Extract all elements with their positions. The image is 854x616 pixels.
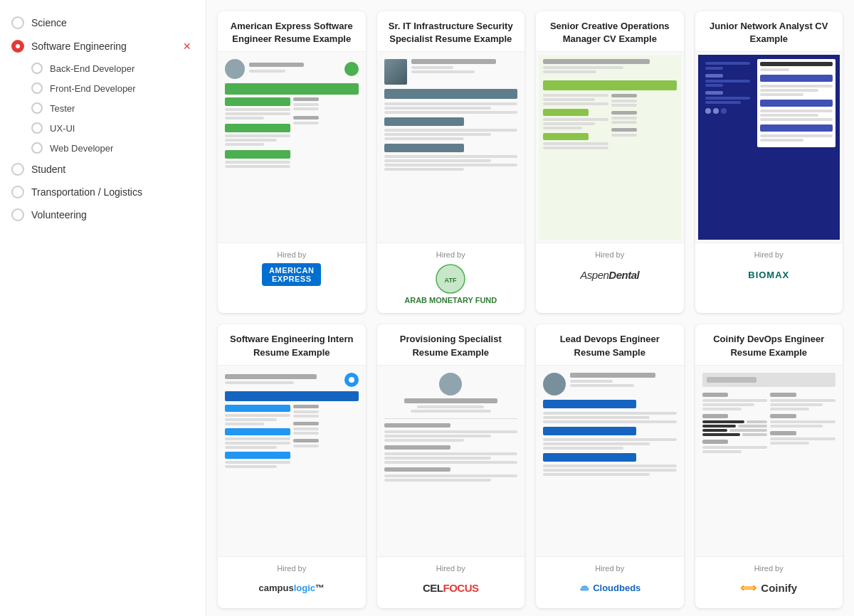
resume-card-4[interactable]: Junior Network Analyst CV Example	[695, 11, 843, 313]
radio-volunteering	[11, 208, 24, 221]
label-frontend: Front-End Developer	[50, 83, 136, 94]
radio-science	[11, 16, 24, 29]
sidebar-item-ux-ui[interactable]: UX-UI	[28, 118, 197, 138]
biomax-logo: BIOMAX	[748, 270, 789, 280]
card-footer-6: Hired by CELFOCUS	[377, 557, 525, 608]
sidebar-label-transportation: Transportation / Logistics	[31, 186, 194, 198]
card-footer-8: Hired by ⟺ Coinify	[695, 557, 843, 608]
brand-logo-6: CELFOCUS	[383, 577, 520, 600]
resume-preview-8	[695, 365, 843, 557]
card-footer-5: Hired by campuslogic™	[218, 557, 366, 608]
radio-inner-dot	[16, 44, 20, 48]
hired-by-label-6: Hired by	[383, 564, 520, 573]
software-engineering-subitems: Back-End Developer Front-End Developer T…	[9, 58, 197, 158]
sidebar-label-volunteering: Volunteering	[31, 209, 194, 221]
sidebar-item-student[interactable]: Student	[9, 158, 197, 181]
brand-logo-5: campuslogic™	[223, 577, 360, 600]
card-title-5: Software Engineering Intern Resume Examp…	[218, 324, 366, 364]
card-footer-1: Hired by AMERICANEXPRESS	[218, 243, 366, 294]
hired-by-label-8: Hired by	[701, 564, 838, 573]
sidebar-label-software-engineering: Software Engineering	[31, 41, 180, 52]
sidebar-item-web-developer[interactable]: Web Developer	[28, 138, 197, 158]
sidebar-item-frontend[interactable]: Front-End Developer	[28, 78, 197, 98]
resume-preview-6	[377, 365, 525, 557]
resume-card-8[interactable]: Coinify DevOps Engineer Resume Example	[695, 324, 843, 607]
hired-by-label-7: Hired by	[542, 564, 678, 573]
hired-by-label-2: Hired by	[383, 250, 520, 259]
card-title-7: Lead Devops Engineer Resume Sample	[536, 324, 684, 364]
hired-by-label-4: Hired by	[701, 250, 838, 259]
sidebar-item-transportation[interactable]: Transportation / Logistics	[9, 181, 197, 203]
label-web-dev: Web Developer	[50, 143, 113, 154]
card-title-6: Provisioning Specialist Resume Example	[377, 324, 525, 364]
resume-preview-1	[218, 51, 366, 243]
sidebar-item-backend[interactable]: Back-End Developer	[28, 58, 197, 78]
resume-preview-3	[536, 51, 684, 243]
sidebar-item-volunteering[interactable]: Volunteering	[9, 203, 197, 226]
brand-logo-8: ⟺ Coinify	[701, 577, 838, 600]
coinify-text: Coinify	[761, 582, 797, 594]
resume-card-5[interactable]: Software Engineering Intern Resume Examp…	[218, 324, 366, 607]
brand-logo-3: AspenDental	[542, 263, 678, 286]
label-tester: Tester	[50, 103, 75, 114]
main-content: American Express Software Engineer Resum…	[206, 0, 854, 616]
resume-preview-7	[536, 365, 684, 557]
aspen-dental-logo: AspenDental	[580, 269, 639, 281]
focus-text: FOCUS	[443, 582, 479, 594]
radio-backend	[31, 63, 43, 74]
coinify-logo: ⟺ Coinify	[740, 581, 797, 595]
resume-preview-5	[218, 365, 366, 557]
card-title-1: American Express Software Engineer Resum…	[218, 11, 366, 51]
card-footer-2: Hired by ATF ARAB MONETARY FUND	[377, 243, 525, 313]
resume-preview-4	[695, 51, 843, 243]
cloudbeds-logo: Cloudbeds	[579, 583, 640, 593]
label-ux-ui: UX-UI	[50, 123, 75, 134]
campuslogic-logo: campuslogic™	[259, 583, 325, 593]
resume-card-6[interactable]: Provisioning Specialist Resume Example	[377, 324, 525, 607]
resume-card-3[interactable]: Senior Creative Operations Manager CV Ex…	[536, 11, 684, 313]
radio-transportation	[11, 186, 24, 198]
radio-software-engineering	[11, 40, 24, 53]
sidebar-item-software-engineering[interactable]: Software Engineering ✕	[9, 34, 197, 58]
brand-logo-4: BIOMAX	[701, 263, 838, 286]
cel-text: CEL	[423, 582, 443, 594]
radio-student	[11, 163, 24, 176]
hired-by-label-3: Hired by	[542, 250, 678, 259]
brand-logo-2: ATF ARAB MONETARY FUND	[383, 263, 520, 304]
card-footer-4: Hired by BIOMAX	[695, 243, 843, 294]
hired-by-label-5: Hired by	[223, 564, 360, 573]
card-title-8: Coinify DevOps Engineer Resume Example	[695, 324, 843, 364]
resume-cards-grid: American Express Software Engineer Resum…	[218, 11, 843, 608]
coinify-icon: ⟺	[740, 581, 757, 595]
resume-preview-2	[377, 51, 525, 243]
brand-logo-1: AMERICANEXPRESS	[223, 263, 360, 286]
card-footer-3: Hired by AspenDental	[536, 243, 684, 294]
sidebar-item-science[interactable]: Science	[9, 11, 197, 34]
sidebar-item-tester[interactable]: Tester	[28, 98, 197, 118]
card-title-4: Junior Network Analyst CV Example	[695, 11, 843, 51]
radio-tester	[31, 102, 43, 114]
close-filter-button[interactable]: ✕	[180, 39, 194, 53]
celfocus-logo: CELFOCUS	[423, 582, 479, 594]
resume-card-2[interactable]: Sr. IT Infrastructure Security Specialis…	[377, 11, 525, 313]
cloudbeds-icon	[579, 584, 590, 593]
card-footer-7: Hired by Cloudbeds	[536, 557, 684, 608]
resume-card-7[interactable]: Lead Devops Engineer Resume Sample	[536, 324, 684, 607]
app-layout: Science Software Engineering ✕ Back-End …	[0, 0, 854, 616]
sidebar: Science Software Engineering ✕ Back-End …	[0, 0, 206, 616]
label-backend: Back-End Developer	[50, 63, 135, 74]
amex-logo: AMERICANEXPRESS	[262, 263, 321, 286]
radio-frontend	[31, 83, 43, 94]
card-title-2: Sr. IT Infrastructure Security Specialis…	[377, 11, 525, 51]
svg-text:ATF: ATF	[445, 277, 457, 284]
sidebar-label-science: Science	[31, 17, 194, 28]
resume-card-1[interactable]: American Express Software Engineer Resum…	[218, 11, 366, 313]
atf-logo-text: ARAB MONETARY FUND	[404, 296, 497, 304]
card-title-3: Senior Creative Operations Manager CV Ex…	[536, 11, 684, 51]
brand-logo-7: Cloudbeds	[542, 577, 678, 600]
hired-by-label-1: Hired by	[223, 250, 360, 259]
radio-web-dev	[31, 142, 43, 154]
radio-ux-ui	[31, 122, 43, 134]
sidebar-label-student: Student	[31, 164, 194, 175]
